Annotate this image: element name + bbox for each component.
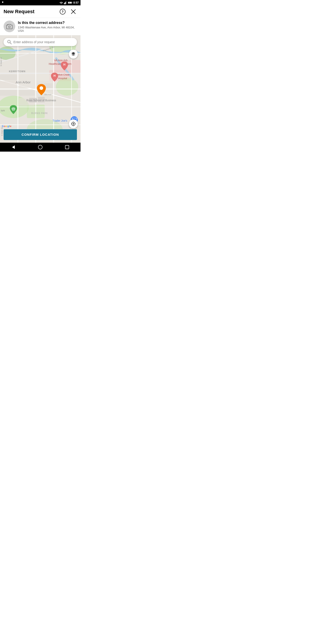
signal-icon: [64, 1, 67, 4]
svg-rect-42: [19, 90, 35, 96]
svg-point-21: [56, 78, 78, 96]
map-container[interactable]: North Cam VA Ann Arb Healthcare System K…: [0, 35, 80, 143]
svg-rect-85: [65, 145, 69, 149]
svg-text:S Main St: S Main St: [1, 127, 3, 136]
svg-rect-40: [0, 90, 17, 96]
close-button[interactable]: [70, 8, 77, 15]
svg-text:ium: ium: [1, 109, 5, 112]
page-title: New Request: [4, 9, 34, 14]
svg-text:Ross School of Business: Ross School of Business: [26, 99, 56, 102]
back-nav-button[interactable]: [11, 145, 16, 149]
status-right: 8:57: [60, 1, 79, 4]
layers-icon: [71, 52, 76, 56]
svg-text:?: ?: [62, 10, 64, 14]
notification-icon: [2, 1, 5, 4]
header-actions: ?: [59, 8, 77, 15]
svg-point-84: [38, 145, 42, 149]
svg-text:Ann Arbor: Ann Arbor: [16, 80, 31, 84]
svg-rect-3: [64, 2, 65, 4]
recents-nav-button[interactable]: [65, 145, 69, 149]
time-display: 8:57: [73, 1, 79, 4]
svg-text:Healthcare System: Healthcare System: [49, 62, 71, 66]
address-text-block: Is this the correct address? 1345 Washte…: [18, 20, 77, 32]
svg-text:Hospital: Hospital: [58, 77, 67, 80]
address-question: Is this the correct address?: [18, 20, 77, 25]
status-left: [2, 1, 5, 4]
svg-line-74: [10, 43, 12, 44]
svg-point-73: [8, 40, 10, 43]
svg-rect-4: [65, 2, 66, 4]
svg-text:BURNS PARK: BURNS PARK: [31, 112, 48, 114]
confirm-location-button[interactable]: CONFIRM LOCATION: [4, 129, 77, 140]
svg-rect-0: [2, 2, 3, 3]
help-button[interactable]: ?: [59, 8, 66, 15]
help-icon: ?: [60, 9, 66, 14]
map-svg: North Cam VA Ann Arb Healthcare System K…: [0, 35, 80, 143]
svg-rect-44: [37, 74, 52, 81]
home-nav-button[interactable]: [38, 145, 42, 149]
battery-icon: [68, 1, 72, 4]
map-layers-button[interactable]: [69, 50, 78, 58]
svg-text:des Ave: des Ave: [44, 94, 52, 96]
home-icon: [38, 145, 42, 149]
address-card: Is this the correct address? 1345 Washte…: [0, 18, 80, 35]
wifi-icon: [60, 1, 63, 4]
status-bar: 8:57: [0, 0, 80, 5]
svg-point-1: [61, 4, 62, 4]
location-button[interactable]: [69, 120, 78, 128]
address-value: 1345 Washtenaw Ave, Ann Arbor, MI 48104,…: [18, 26, 77, 32]
svg-text:Trader Joe's: Trader Joe's: [52, 119, 67, 122]
nav-bar: [0, 143, 80, 152]
svg-point-13: [8, 26, 10, 28]
search-bar[interactable]: [4, 38, 77, 46]
svg-marker-83: [12, 145, 15, 149]
recents-icon: [65, 145, 69, 149]
google-logo: Google: [2, 125, 12, 128]
back-icon: [11, 145, 16, 149]
svg-rect-5: [66, 1, 66, 4]
svg-point-78: [73, 123, 74, 124]
svg-marker-76: [71, 54, 75, 56]
svg-rect-2: [64, 3, 64, 4]
app-header: New Request ?: [0, 5, 80, 18]
camera-plus-icon: [6, 24, 12, 29]
svg-rect-38: [0, 74, 17, 80]
svg-text:VA Ann Arb: VA Ann Arb: [54, 59, 68, 62]
my-location-icon: [71, 122, 76, 126]
svg-rect-7: [72, 2, 72, 3]
search-icon: [7, 40, 12, 44]
svg-text:N Main St: N Main St: [0, 57, 2, 66]
search-input[interactable]: [14, 40, 73, 44]
close-icon: [71, 9, 76, 14]
svg-text:H: H: [54, 74, 56, 77]
svg-rect-39: [0, 81, 17, 88]
svg-text:KERRYTOWN: KERRYTOWN: [9, 70, 26, 73]
svg-text:H: H: [63, 63, 65, 66]
camera-icon-circle: [4, 20, 15, 32]
svg-point-65: [40, 86, 43, 90]
